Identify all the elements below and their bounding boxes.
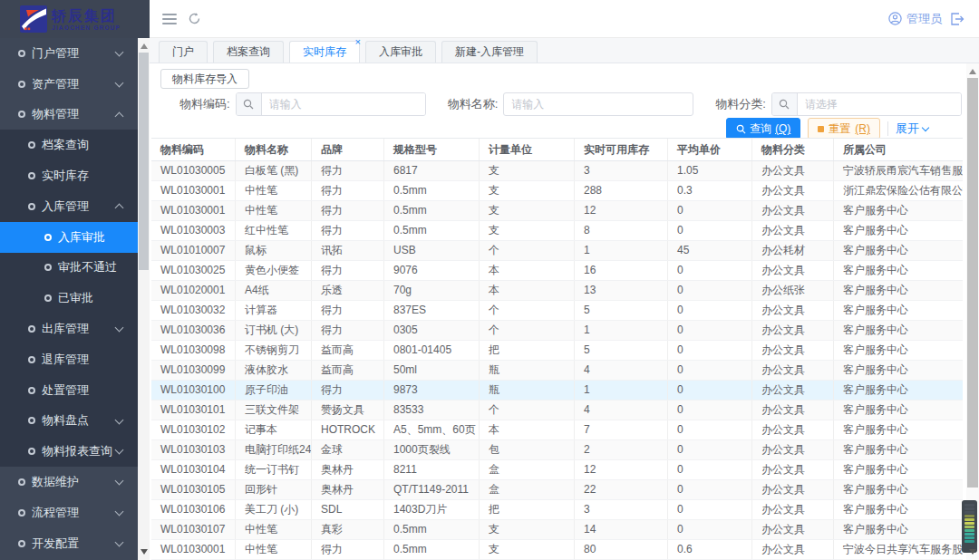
circle-icon — [18, 478, 25, 486]
sidebar-item[interactable]: 档案查询 — [0, 130, 138, 160]
material-code-input[interactable] — [262, 93, 425, 115]
table-row[interactable]: WL01030099液体胶水益而高50ml瓶40办公文具客户服务中心 — [151, 361, 963, 381]
sidebar-item[interactable]: 出库管理 — [0, 314, 138, 344]
table-cell: 办公文具 — [752, 520, 834, 539]
reset-button[interactable]: 重置 (R) — [808, 118, 880, 140]
sidebar-item[interactable]: 实时库存 — [0, 160, 138, 191]
sidebar-item[interactable]: 入库审批 — [0, 222, 138, 253]
table-cell: WL01030036 — [151, 321, 236, 340]
sidebar-item[interactable]: 流程管理 — [0, 497, 138, 528]
table-cell: 白板笔 (黑) — [236, 161, 312, 180]
table-row[interactable]: WL01030101三联文件架赞扬文具83533个40办公文具客户服务中心 — [151, 401, 963, 420]
table-row[interactable]: WL01030107中性笔真彩0.5mm支140办公文具客户服务中心 — [151, 520, 963, 540]
table-row[interactable]: WL01030036订书机 (大)得力0305个10办公文具客户服务中心 — [151, 321, 963, 341]
table-cell: SDL — [312, 500, 384, 519]
table-cell: 得力 — [312, 261, 384, 280]
tab[interactable]: 门户 — [159, 41, 208, 63]
sidebar-item[interactable]: 门户管理 — [0, 38, 138, 69]
table-cell: WL01020001 — [151, 281, 236, 300]
table-row[interactable]: WL01030005白板笔 (黑)得力6817支31.05办公文具宁波轿辰甬宸汽… — [151, 161, 963, 181]
table-cell: USB — [384, 241, 480, 260]
sidebar-item-label: 档案查询 — [42, 137, 89, 153]
table-cell: WL01030025 — [151, 261, 236, 280]
table-row[interactable]: WL01030001中性笔得力0.5mm支2880.3办公文具浙江鼎宏保险公估有… — [151, 181, 963, 201]
table-row[interactable]: WL01030103电脑打印纸241mm金球1000页裂线包20办公文具客户服务… — [151, 440, 963, 460]
sidebar-item[interactable]: 已审批 — [0, 283, 138, 314]
table-row[interactable]: WL01030106美工刀 (小)SDL1403D刀片把30办公文具客户服务中心 — [151, 500, 963, 520]
close-icon[interactable]: × — [355, 37, 361, 47]
expand-link[interactable]: 展开 — [896, 121, 928, 137]
minimap-widget[interactable] — [962, 500, 977, 553]
table-row[interactable]: WL01030001中性笔得力0.5mm支120办公文具客户服务中心 — [151, 201, 963, 221]
tab[interactable]: 新建-入库管理 — [441, 41, 538, 63]
sidebar-item[interactable]: 开发配置 — [0, 528, 138, 559]
sidebar-item-label: 实时库存 — [42, 168, 89, 184]
material-category-select-group — [771, 92, 962, 116]
sidebar-item[interactable]: 物料报表查询 — [0, 436, 138, 467]
table-cell: 0 — [668, 401, 752, 420]
circle-icon — [28, 356, 35, 363]
table-row[interactable]: WL01030102记事本HOTROCKA5、5mm、60页本70办公文具客户服… — [151, 420, 963, 440]
logout-icon[interactable] — [950, 13, 964, 25]
sidebar-item-label: 出库管理 — [42, 321, 89, 337]
table-row[interactable]: WL01030001中性笔得力0.5mm支800.6办公文具宁波今日共享汽车服务… — [151, 540, 963, 560]
search-icon — [736, 124, 746, 134]
scroll-down-arrow-icon[interactable] — [969, 549, 976, 555]
table-cell: WL01030001 — [151, 181, 236, 200]
user-icon — [888, 12, 902, 25]
sidebar-item[interactable]: 退库管理 — [0, 344, 138, 375]
table-cell: 得力 — [312, 381, 384, 400]
query-button[interactable]: 查询 (Q) — [726, 118, 800, 140]
table-cell: 办公文具 — [752, 341, 834, 360]
refresh-icon[interactable] — [188, 12, 201, 25]
table-cell: 客户服务中心 — [834, 480, 963, 499]
sidebar-scrollbar-thumb[interactable] — [139, 53, 149, 270]
page-scrollbar[interactable] — [966, 63, 979, 560]
scroll-down-arrow-icon[interactable] — [141, 549, 148, 555]
table-cell: 得力 — [312, 181, 384, 200]
sidebar-item[interactable]: 数据维护 — [0, 467, 138, 497]
table-cell: 0.3 — [668, 181, 752, 200]
sidebar-scrollbar[interactable] — [138, 38, 150, 560]
table-cell: 得力 — [312, 201, 384, 220]
tab[interactable]: 实时库存 × — [289, 41, 360, 63]
table-cell: 办公文具 — [752, 540, 834, 559]
material-category-select[interactable] — [798, 93, 961, 115]
import-inventory-button[interactable]: 物料库存导入 — [160, 69, 249, 89]
table-cell: 1.05 — [668, 161, 752, 180]
table-row[interactable]: WL01030025黄色小便签得力9076本160办公文具客户服务中心 — [151, 261, 963, 281]
sidebar-item[interactable]: 审批不通过 — [0, 253, 138, 284]
tab[interactable]: 档案查询 — [213, 41, 284, 63]
table-row[interactable]: WL01030032计算器得力837ES个50办公文具客户服务中心 — [151, 301, 963, 321]
table-row[interactable]: WL01030105回形针奥林丹QT/T1149-2011盒220办公文具客户服… — [151, 480, 963, 500]
table-cell: 办公文具 — [752, 161, 834, 180]
material-name-input[interactable] — [503, 92, 693, 116]
scroll-up-arrow-icon[interactable] — [969, 69, 976, 74]
table-cell: 12 — [575, 460, 668, 479]
circle-icon — [28, 325, 35, 333]
sidebar-item[interactable]: 入库管理 — [0, 191, 138, 222]
sidebar-item[interactable]: 资产管理 — [0, 69, 138, 100]
table-row[interactable]: WL01010007鼠标讯拓USB个145办公耗材客户服务中心 — [151, 241, 963, 261]
table-row[interactable]: WL01030003红中性笔得力0.5mm支80办公文具客户服务中心 — [151, 221, 963, 241]
table-cell: 盒 — [480, 480, 575, 499]
table-cell: 客户服务中心 — [834, 440, 963, 459]
sidebar: 门户管理 资产管理 物料管理 档案查询 实时库存 入库管理 入库审批 审批不通过… — [0, 38, 150, 560]
table-row[interactable]: WL01030100原子印油得力9873瓶10办公文具客户服务中心 — [151, 381, 963, 401]
hamburger-icon[interactable] — [162, 11, 177, 27]
table-row[interactable]: WL01030098不锈钢剪刀益而高0801-01405把50办公文具客户服务中… — [151, 341, 963, 361]
sidebar-item[interactable]: 处置管理 — [0, 375, 138, 406]
table-cell: 办公文具 — [752, 361, 834, 380]
table-row[interactable]: WL01020001A4纸乐透70g本130办公纸张客户服务中心 — [151, 281, 963, 301]
page-scrollbar-thumb[interactable] — [967, 78, 978, 488]
user-name[interactable]: 管理员 — [906, 11, 942, 27]
sidebar-item[interactable]: 物料盘点 — [0, 406, 138, 437]
scroll-up-arrow-icon[interactable] — [141, 43, 148, 49]
table-cell: 不锈钢剪刀 — [236, 341, 312, 360]
table-cell: 0.5mm — [384, 520, 480, 539]
table-row[interactable]: WL01030104统一订书钉奥林丹8211盒120办公文具客户服务中心 — [151, 460, 963, 480]
tab[interactable]: 入库审批 — [365, 41, 436, 63]
sidebar-item[interactable]: 物料管理 — [0, 100, 138, 130]
divider — [887, 121, 888, 136]
column-header: 物料编码 — [151, 139, 236, 160]
